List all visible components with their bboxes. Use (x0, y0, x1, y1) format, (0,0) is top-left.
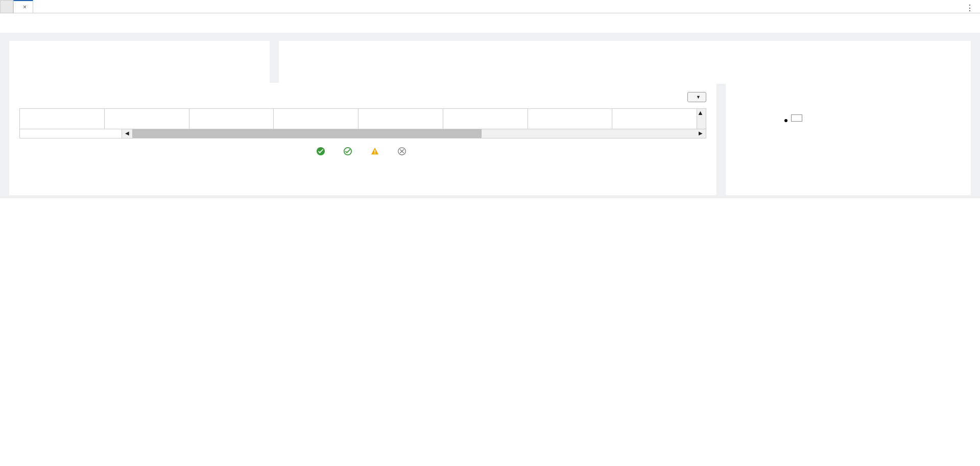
not-supported-icon (397, 147, 407, 156)
legend-partial (343, 147, 356, 156)
layer-table: ▲ (19, 108, 706, 129)
scroll-thumb[interactable] (132, 129, 482, 138)
settings-button[interactable] (687, 92, 706, 102)
header-stats (938, 24, 971, 25)
scroll-up[interactable]: ▲ (697, 109, 706, 129)
legend-blocked (370, 147, 383, 156)
col-projection[interactable] (358, 109, 443, 129)
treemap[interactable] (736, 98, 961, 180)
col-index[interactable] (20, 109, 105, 129)
layer-info-card: ▲ ◀ ▶ (9, 83, 716, 195)
col-learnables[interactable] (443, 109, 528, 129)
tab-bar: × ⋮ (0, 0, 980, 13)
check-filled-icon (316, 147, 325, 156)
min-network-size-card (279, 41, 971, 84)
max-compression-card (9, 41, 270, 84)
svg-rect-2 (374, 150, 375, 152)
warning-icon (370, 147, 379, 156)
svg-rect-3 (374, 153, 375, 154)
legend-not (397, 147, 410, 156)
h-scrollbar[interactable]: ◀ ▶ (19, 129, 706, 138)
menu-icon[interactable]: ⋮ (960, 3, 980, 13)
header (0, 13, 980, 33)
treemap-tooltip (791, 114, 802, 122)
check-outline-icon (343, 147, 352, 156)
col-type[interactable] (189, 109, 274, 129)
compressibility-legend (19, 147, 706, 156)
close-icon[interactable]: × (23, 4, 27, 11)
col-memory[interactable] (528, 109, 612, 129)
footer (0, 198, 980, 222)
lower-row: ▲ ◀ ▶ (0, 83, 980, 198)
col-name[interactable] (104, 109, 189, 129)
table-header-row: ▲ (20, 109, 706, 129)
scroll-right[interactable]: ▶ (696, 129, 706, 138)
scroll-left[interactable]: ◀ (122, 129, 132, 138)
legend-full (316, 147, 329, 156)
tab-compression-analysis[interactable]: × (13, 0, 33, 13)
tab-designer[interactable] (0, 0, 13, 13)
layer-memory-card (726, 83, 971, 195)
col-states[interactable] (612, 109, 697, 129)
col-pruning[interactable] (274, 109, 358, 129)
